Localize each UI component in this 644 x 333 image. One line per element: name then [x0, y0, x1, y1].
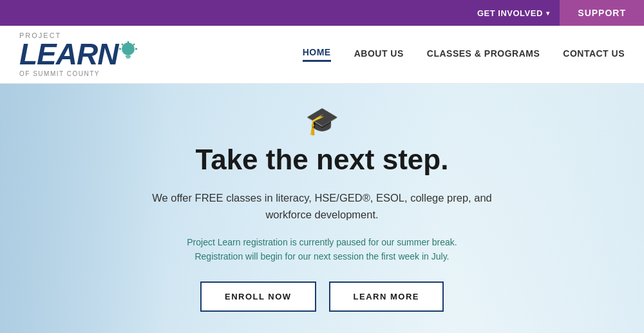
nav-links: HOME ABOUT US CLASSES & PROGRAMS CONTACT…	[303, 47, 625, 62]
nav-link-contact[interactable]: CONTACT US	[563, 48, 625, 61]
logo-bulb-icon	[119, 41, 137, 64]
get-involved-label: GET INVOLVED	[477, 8, 543, 18]
hero-content: 🎓 Take the next step. We offer FREE clas…	[139, 105, 505, 312]
hero-title: Take the next step.	[152, 144, 492, 175]
nav-link-classes[interactable]: CLASSES & PROGRAMS	[427, 48, 540, 61]
top-bar: GET INVOLVED ▾ SUPPORT	[0, 0, 644, 26]
get-involved-button[interactable]: GET INVOLVED ▾	[467, 0, 560, 26]
learn-more-button[interactable]: LEARN MORE	[329, 281, 444, 312]
nav-bar: PROJECT LEARN OF SUMMIT COUNTY HOME ABOU…	[0, 26, 644, 84]
logo-summit-text: OF SUMMIT COUNTY	[19, 70, 100, 77]
nav-link-about[interactable]: ABOUT US	[354, 48, 404, 61]
get-involved-wrap: GET INVOLVED ▾ SUPPORT	[467, 0, 644, 26]
svg-line-5	[133, 44, 135, 45]
hero-subtitle: We offer FREE classes in literacy, HSE/G…	[152, 189, 492, 224]
hero-buttons: ENROLL NOW LEARN MORE	[152, 281, 492, 312]
svg-line-4	[122, 44, 123, 45]
hero-section: 🎓 Take the next step. We offer FREE clas…	[0, 84, 644, 333]
chevron-down-icon: ▾	[546, 10, 550, 17]
svg-point-0	[122, 43, 135, 55]
nav-link-home[interactable]: HOME	[303, 47, 331, 62]
hero-notice: Project Learn registration is currently …	[152, 235, 492, 264]
support-button[interactable]: SUPPORT	[560, 0, 644, 26]
svg-rect-2	[126, 57, 130, 59]
logo-learn: LEARN	[19, 39, 137, 69]
logo-learn-text: LEARN	[19, 39, 118, 69]
enroll-now-button[interactable]: ENROLL NOW	[200, 281, 316, 312]
logo: PROJECT LEARN OF SUMMIT COUNTY	[19, 32, 137, 77]
svg-rect-1	[126, 55, 131, 57]
graduation-cap-icon: 🎓	[152, 105, 492, 137]
